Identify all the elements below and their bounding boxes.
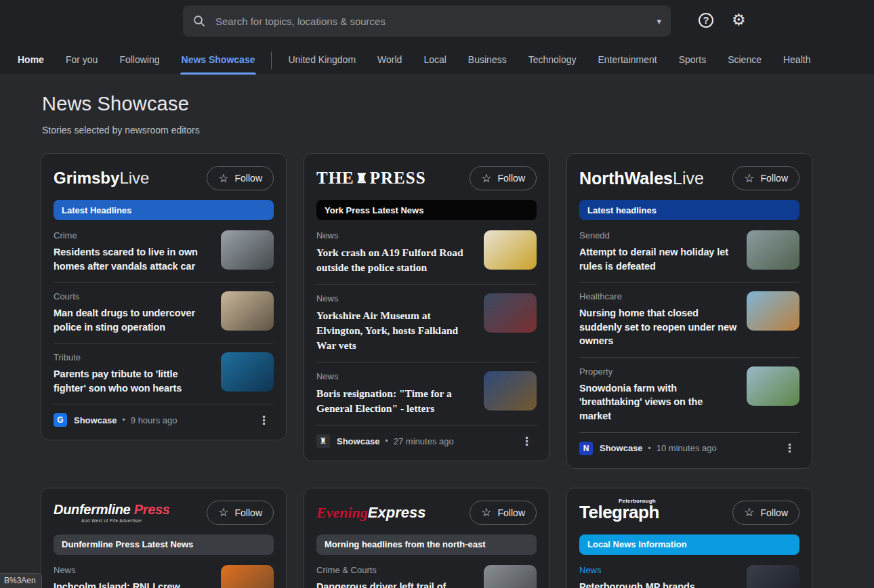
search-row: ▾ ? ⚙ xyxy=(0,0,874,42)
article-thumbnail[interactable] xyxy=(484,371,537,411)
follow-button[interactable]: ☆Follow xyxy=(207,501,274,525)
tab-health[interactable]: Health xyxy=(772,54,821,75)
article-thumbnail[interactable] xyxy=(484,230,537,270)
top-bar: ▾ ? ⚙ Home For you Following News Showca… xyxy=(0,0,874,75)
chevron-down-icon[interactable]: ▾ xyxy=(657,16,661,26)
publisher-card-north-wales-live: NorthWalesLive ☆Follow Latest headlines … xyxy=(566,153,812,469)
article-headline[interactable]: York crash on A19 Fulford Road outside t… xyxy=(316,245,474,275)
article-item[interactable]: NewsYork crash on A19 Fulford Road outsi… xyxy=(316,222,537,285)
article-category: Property xyxy=(579,366,737,377)
article-headline[interactable]: Residents scared to live in own homes af… xyxy=(54,245,211,273)
article-thumbnail[interactable] xyxy=(221,352,274,392)
article-headline[interactable]: Peterborough MP brands removing the Prim… xyxy=(579,580,737,588)
more-options-icon[interactable]: ⋮ xyxy=(517,434,537,448)
article-category: News xyxy=(316,230,474,240)
article-headline[interactable]: Nursing home that closed suddenly set to… xyxy=(579,306,737,348)
article-item[interactable]: NewsPeterborough MP brands removing the … xyxy=(579,556,799,588)
article-item[interactable]: PropertySnowdonia farm with 'breathtakin… xyxy=(579,358,799,433)
panel-title-banner: Local News Information xyxy=(579,534,799,555)
showcase-grid: GrimsbyLive ☆Follow Latest Headlines Cri… xyxy=(41,153,874,588)
tab-for-you[interactable]: For you xyxy=(55,54,108,75)
article-item[interactable]: NewsYorkshire Air Museum at Elvington, Y… xyxy=(316,285,537,362)
follow-button[interactable]: ☆Follow xyxy=(732,501,799,525)
star-icon: ☆ xyxy=(481,171,491,186)
help-icon[interactable]: ? xyxy=(699,13,713,28)
follow-button[interactable]: ☆Follow xyxy=(207,166,274,190)
article-item[interactable]: Crime & CourtsDangerous driver left trai… xyxy=(316,556,537,588)
article-headline[interactable]: Inchcolm Island: RNLI crew rescues stran… xyxy=(54,580,211,588)
tab-world[interactable]: World xyxy=(367,54,413,75)
article-headline[interactable]: Parents pay tribute to 'little fighter' … xyxy=(54,367,211,395)
article-thumbnail[interactable] xyxy=(747,565,799,588)
follow-button[interactable]: ☆Follow xyxy=(470,501,537,525)
page-title: News Showcase xyxy=(42,93,874,115)
showcase-label: Showcase xyxy=(337,436,380,446)
nav-divider xyxy=(271,51,272,69)
tab-news-showcase[interactable]: News Showcase xyxy=(171,54,266,75)
dunfermline-press-logo[interactable]: Dunfermline Press And West of Fife Adver… xyxy=(54,502,170,523)
article-item[interactable]: CrimeResidents scared to live in own hom… xyxy=(54,222,274,282)
gear-icon[interactable]: ⚙ xyxy=(732,11,746,29)
panel-title-banner: York Press Latest News xyxy=(316,200,537,220)
publisher-avatar: ♜ xyxy=(316,434,330,448)
grimsby-live-logo[interactable]: GrimsbyLive xyxy=(54,169,149,188)
article-thumbnail[interactable] xyxy=(221,291,274,331)
tab-home[interactable]: Home xyxy=(7,54,55,75)
article-category: Courts xyxy=(54,291,211,301)
article-item[interactable]: NewsInchcolm Island: RNLI crew rescues s… xyxy=(54,556,274,588)
article-thumbnail[interactable] xyxy=(484,293,537,333)
article-item[interactable]: TributeParents pay tribute to 'little fi… xyxy=(54,343,274,404)
article-thumbnail[interactable] xyxy=(221,565,274,588)
article-thumbnail[interactable] xyxy=(747,291,799,331)
panel-title-banner: Morning headlines from the north-east xyxy=(316,534,537,555)
tab-science[interactable]: Science xyxy=(717,54,772,75)
tab-business[interactable]: Business xyxy=(457,54,518,75)
article-item[interactable]: NewsBoris resignation: "Time for a Gener… xyxy=(316,362,537,425)
article-category: News xyxy=(316,293,474,303)
tab-technology[interactable]: Technology xyxy=(518,54,587,75)
article-headline[interactable]: Man dealt drugs to undercover police in … xyxy=(54,306,211,334)
tab-local[interactable]: Local xyxy=(413,54,457,75)
peterborough-telegraph-logo[interactable]: PeterboroughTelegraph xyxy=(579,502,659,523)
article-thumbnail[interactable] xyxy=(747,230,799,270)
search-input[interactable] xyxy=(215,16,651,27)
article-item[interactable]: SeneddAttempt to derail new holiday let … xyxy=(579,222,799,282)
publisher-avatar: N xyxy=(579,442,593,455)
card-footer: ♜ Showcase • 27 minutes ago ⋮ xyxy=(316,425,537,455)
panel-title-banner: Dunfermline Press Latest News xyxy=(54,534,274,555)
timestamp: 9 hours ago xyxy=(131,415,178,425)
article-headline[interactable]: Yorkshire Air Museum at Elvington, York,… xyxy=(316,308,474,353)
article-headline[interactable]: Attempt to derail new holiday let rules … xyxy=(579,245,737,273)
north-wales-live-logo[interactable]: NorthWalesLive xyxy=(579,169,704,188)
card-footer: G Showcase • 9 hours ago ⋮ xyxy=(54,404,274,434)
star-icon: ☆ xyxy=(481,505,491,520)
article-thumbnail[interactable] xyxy=(747,366,799,406)
tab-united-kingdom[interactable]: United Kingdom xyxy=(277,54,367,75)
star-icon: ☆ xyxy=(218,171,228,186)
tab-sports[interactable]: Sports xyxy=(668,54,717,75)
tab-entertainment[interactable]: Entertainment xyxy=(587,54,668,75)
york-press-logo[interactable]: THE♜PRESS xyxy=(316,169,426,188)
follow-button[interactable]: ☆Follow xyxy=(470,166,537,190)
star-icon: ☆ xyxy=(218,505,228,520)
article-item[interactable]: HealthcareNursing home that closed sudde… xyxy=(579,282,799,358)
logo-small-label: Peterborough xyxy=(619,498,656,504)
more-options-icon[interactable]: ⋮ xyxy=(780,441,799,455)
more-options-icon[interactable]: ⋮ xyxy=(254,413,274,427)
article-category: Senedd xyxy=(579,230,737,240)
article-headline[interactable]: Dangerous driver left trail of destructi… xyxy=(316,580,474,588)
article-headline[interactable]: Snowdonia farm with 'breathtaking' views… xyxy=(579,381,737,423)
page-header: News Showcase Stories selected by newsro… xyxy=(42,93,874,135)
tab-following[interactable]: Following xyxy=(108,54,170,75)
article-headline[interactable]: Boris resignation: "Time for a General E… xyxy=(316,386,474,416)
showcase-label: Showcase xyxy=(600,443,643,453)
article-thumbnail[interactable] xyxy=(484,565,537,588)
article-item[interactable]: CourtsMan dealt drugs to undercover poli… xyxy=(54,282,274,343)
search-bar[interactable]: ▾ xyxy=(183,5,671,37)
evening-express-logo[interactable]: EveningExpress xyxy=(316,504,425,522)
publisher-card-evening-express: EveningExpress ☆Follow Morning headlines… xyxy=(304,488,549,588)
follow-button[interactable]: ☆Follow xyxy=(732,166,799,190)
timestamp: 27 minutes ago xyxy=(394,436,454,446)
article-thumbnail[interactable] xyxy=(221,230,274,270)
status-bubble: B%3Aen xyxy=(0,573,42,588)
